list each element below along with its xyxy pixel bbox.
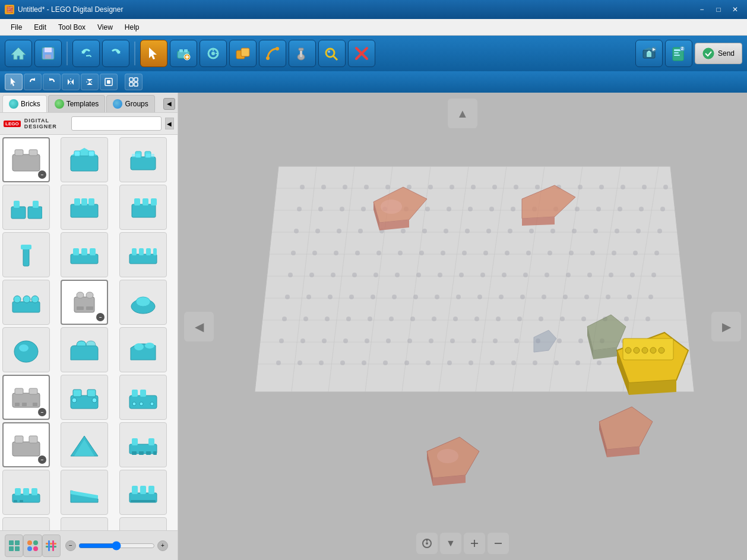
- add-brick-button[interactable]: [170, 40, 197, 67]
- nav-up-button[interactable]: ▲: [448, 99, 477, 128]
- list-item[interactable]: −: [2, 137, 50, 182]
- svg-point-252: [334, 251, 338, 255]
- sec-select-button[interactable]: [5, 74, 23, 90]
- tab-groups[interactable]: Groups: [106, 95, 154, 112]
- svg-point-345: [383, 360, 388, 365]
- svg-point-275: [438, 273, 442, 277]
- list-item[interactable]: −: [2, 422, 50, 467]
- list-item[interactable]: [61, 185, 108, 230]
- build-view-button[interactable]: ▶: [635, 40, 663, 67]
- list-item[interactable]: [61, 422, 108, 467]
- redo-button[interactable]: [102, 40, 129, 67]
- clone-button[interactable]: [229, 40, 257, 67]
- zoom-button[interactable]: [318, 40, 346, 67]
- list-item[interactable]: [61, 470, 108, 515]
- zoom-slider-plus[interactable]: +: [157, 540, 168, 551]
- dd-text: DIGITAL DESIGNER: [24, 118, 68, 129]
- list-item[interactable]: [2, 280, 50, 325]
- svg-point-317: [560, 317, 565, 321]
- send-button[interactable]: Send: [695, 43, 742, 64]
- list-item[interactable]: [119, 470, 167, 515]
- reset-view-button[interactable]: [416, 533, 438, 554]
- svg-rect-374: [625, 347, 631, 353]
- zoom-slider-minus[interactable]: −: [65, 540, 76, 551]
- view-button-2[interactable]: [23, 534, 42, 557]
- list-item[interactable]: [2, 232, 50, 277]
- list-item[interactable]: [119, 517, 167, 530]
- list-item[interactable]: [119, 137, 167, 182]
- sidebar-collapse-button[interactable]: ◀: [163, 98, 175, 110]
- nav-left-button[interactable]: ◀: [184, 312, 214, 341]
- zoom-slider[interactable]: [78, 541, 155, 550]
- list-item[interactable]: −: [61, 280, 108, 325]
- svg-point-284: [630, 273, 635, 277]
- list-item[interactable]: [2, 185, 50, 230]
- svg-point-286: [285, 295, 290, 299]
- svg-point-336: [578, 338, 583, 343]
- list-item[interactable]: [61, 232, 108, 277]
- list-item[interactable]: [2, 470, 50, 515]
- sec-align-button[interactable]: [100, 74, 118, 90]
- tab-bricks[interactable]: Bricks: [2, 95, 47, 112]
- save-button[interactable]: [34, 40, 62, 67]
- svg-rect-136: [23, 488, 29, 495]
- svg-point-320: [624, 317, 629, 321]
- svg-rect-131: [139, 451, 144, 455]
- list-item[interactable]: −: [2, 375, 50, 420]
- hinge-button[interactable]: [200, 40, 227, 67]
- svg-marker-0: [11, 48, 26, 59]
- svg-rect-93: [31, 296, 39, 303]
- list-item[interactable]: [119, 280, 167, 325]
- list-item[interactable]: [61, 137, 108, 182]
- menu-edit[interactable]: Edit: [28, 21, 52, 34]
- scroll-right-button[interactable]: ◀: [165, 118, 174, 129]
- delete-button[interactable]: [348, 40, 375, 67]
- list-item[interactable]: [119, 422, 167, 467]
- select-button[interactable]: [140, 40, 167, 67]
- tab-templates[interactable]: Templates: [48, 95, 106, 112]
- instructions-button[interactable]: 2: [665, 40, 692, 67]
- viewport[interactable]: ▲ ◀ ▶: [178, 93, 747, 560]
- svg-point-103: [134, 343, 144, 350]
- list-item[interactable]: [61, 375, 108, 420]
- sec-flip-v-button[interactable]: [81, 74, 99, 90]
- search-input[interactable]: [71, 116, 162, 131]
- svg-point-222: [468, 207, 473, 211]
- list-item[interactable]: [2, 517, 50, 530]
- templates-tab-icon: [55, 99, 64, 109]
- maximize-button[interactable]: □: [711, 4, 726, 15]
- app-title: Untitled* - LEGO Digital Designer: [18, 5, 123, 14]
- menu-toolbox[interactable]: Tool Box: [52, 21, 91, 34]
- list-item[interactable]: [119, 185, 167, 230]
- close-button[interactable]: ✕: [728, 4, 742, 15]
- flex-button[interactable]: [259, 40, 286, 67]
- menu-help[interactable]: Help: [119, 21, 145, 34]
- sec-rotate-ccw-button[interactable]: [43, 74, 61, 90]
- list-item[interactable]: [119, 232, 167, 277]
- home-button[interactable]: [5, 40, 32, 67]
- svg-rect-76: [134, 198, 140, 205]
- svg-marker-47: [87, 83, 93, 85]
- paint-button[interactable]: [289, 40, 316, 67]
- svg-point-354: [575, 360, 580, 365]
- list-item[interactable]: [119, 375, 167, 420]
- minimize-button[interactable]: −: [695, 4, 709, 15]
- sec-flip-h-button[interactable]: [62, 74, 80, 90]
- list-item[interactable]: [119, 327, 167, 372]
- view-button-1[interactable]: [5, 534, 23, 557]
- nav-right-button[interactable]: ▶: [711, 312, 741, 341]
- list-item[interactable]: [2, 327, 50, 372]
- sec-snap-button[interactable]: [125, 74, 143, 90]
- list-item[interactable]: [61, 517, 108, 530]
- sec-rotate-cw-button[interactable]: [24, 74, 42, 90]
- list-item[interactable]: [61, 327, 108, 372]
- svg-rect-60: [74, 151, 80, 156]
- zoom-out-button[interactable]: ▼: [440, 533, 461, 554]
- menu-file[interactable]: File: [5, 21, 28, 34]
- svg-rect-56: [15, 150, 23, 156]
- undo-button[interactable]: [72, 40, 100, 67]
- view-button-3[interactable]: [42, 534, 61, 557]
- zoom-minus-button[interactable]: [488, 533, 509, 554]
- zoom-in-button[interactable]: [464, 533, 485, 554]
- menu-view[interactable]: View: [91, 21, 119, 34]
